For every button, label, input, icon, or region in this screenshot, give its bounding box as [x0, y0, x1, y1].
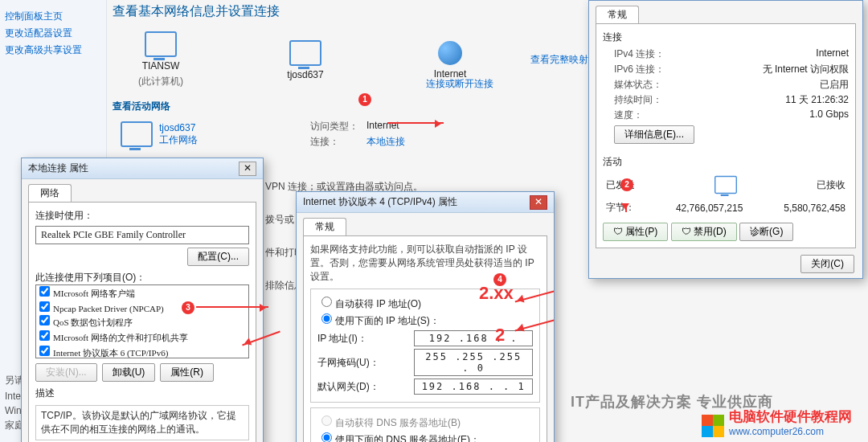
activity-icon: [714, 176, 737, 194]
list-item: Internet 协议版本 6 (TCP/IPv6): [36, 345, 248, 358]
node-router-name: tjosd637: [287, 69, 323, 80]
access-type-label: 访问类型：: [310, 120, 366, 133]
media-label: 媒体状态：: [614, 78, 662, 92]
gateway-label: 默认网关(D)：: [317, 380, 414, 394]
close-icon[interactable]: ✕: [239, 162, 256, 176]
annotation-text: 2.xx: [479, 283, 514, 304]
arrow-icon: [387, 122, 444, 124]
desc-label: 描述: [35, 387, 249, 400]
status-activity-hdr: 活动: [603, 155, 849, 169]
disable-button[interactable]: 🛡 禁用(D): [671, 223, 737, 241]
use-dns-radio[interactable]: [321, 432, 332, 442]
gateway-input[interactable]: 192 .168 . . 1: [414, 379, 533, 395]
adapter-name: Realtek PCIe GBE Family Controller: [35, 226, 249, 244]
connect-disconnect-link[interactable]: 连接或断开连接: [426, 77, 493, 91]
ipv6-value: 无 Internet 访问权限: [763, 63, 849, 76]
brand-url: www.computer26.com: [729, 426, 852, 437]
badge-2: 2: [620, 178, 633, 191]
properties-button[interactable]: 🛡 属性(P): [603, 223, 668, 241]
bytes-sent-value: 42,766,057,215: [676, 203, 743, 214]
annotation-text: 2: [495, 325, 505, 346]
status-close-button[interactable]: 关闭(C): [800, 255, 854, 273]
list-item: QoS 数据包计划程序: [36, 314, 248, 329]
node-this-pc-sub: (此计算机): [138, 75, 183, 88]
ipv4-dialog: Internet 协议版本 4 (TCP/IPv4) 属性 ✕ 常规 如果网络支…: [296, 191, 555, 442]
bytes-recv-value: 5,580,762,458: [784, 203, 845, 214]
speed-value: 1.0 Gbps: [809, 108, 849, 122]
list-item: MIcrosoft 网络客户端: [36, 285, 248, 301]
use-ip-label: 使用下面的 IP 地址(S)：: [335, 315, 440, 326]
close-icon[interactable]: ✕: [530, 195, 547, 210]
auto-dns-radio: [321, 415, 332, 426]
desc-text: TCP/IP。该协议是默认的广域网络协议，它提供在不同的相互连接的网络上的通讯。: [35, 405, 249, 440]
use-ip-radio[interactable]: [321, 313, 332, 324]
auto-ip-label: 自动获得 IP 地址(O): [335, 298, 421, 309]
ipv4-titlebar: Internet 协议版本 4 (TCP/IPv4) 属性 ✕: [297, 192, 554, 213]
properties-title: 本地连接 属性: [28, 162, 88, 174]
media-value: 已启用: [820, 78, 849, 92]
auto-ip-radio[interactable]: [321, 297, 332, 307]
local-connection-link[interactable]: 本地连接: [366, 135, 405, 149]
bytes-label: 字节：: [606, 201, 635, 215]
diagnose-button[interactable]: 诊断(G): [739, 223, 793, 241]
ipv6-label: IPv6 连接：: [614, 63, 665, 76]
protocol-list[interactable]: MIcrosoft 网络客户端 Npcap Packet Driver (NPC…: [35, 284, 249, 358]
brand-logo: 电脑软件硬件教程网 www.computer26.com: [702, 407, 852, 437]
ipv4-title: Internet 协议版本 4 (TCP/IPv4) 属性: [303, 196, 457, 207]
status-conn-hdr: 连接: [603, 31, 849, 44]
ipv4-tab-general[interactable]: 常规: [303, 218, 346, 235]
properties-titlebar: 本地连接 属性 ✕: [22, 158, 263, 179]
globe-icon: [438, 41, 462, 65]
mask-label: 子网掩码(U)：: [317, 356, 414, 370]
status-tab-general[interactable]: 常规: [596, 6, 639, 23]
duration-value: 11 天 21:26:32: [785, 93, 849, 107]
item-properties-button[interactable]: 属性(R): [160, 363, 214, 382]
node-this-pc-name: TIANSW: [142, 60, 180, 72]
items-label: 此连接使用下列项目(O)：: [35, 271, 249, 284]
auto-dns-label: 自动获得 DNS 服务器地址(B): [335, 417, 461, 428]
badge-3: 3: [182, 301, 194, 314]
active-network-type[interactable]: 工作网络: [159, 133, 198, 147]
use-dns-label: 使用下面的 DNS 服务器地址(E)：: [335, 434, 480, 442]
arrow-icon: [625, 207, 627, 212]
node-internet: Internet: [402, 41, 498, 80]
connection-label: 连接：: [310, 135, 366, 149]
router-icon: [289, 40, 321, 66]
configure-button[interactable]: 配置(C)...: [187, 248, 249, 266]
arrow-icon: [196, 306, 268, 308]
full-map-link[interactable]: 查看完整映射: [530, 53, 588, 67]
props-tab-network[interactable]: 网络: [28, 184, 72, 202]
status-dialog: 常规 连接 IPv4 连接：Internet IPv6 连接：无 Interne…: [588, 0, 863, 279]
node-this-pc: TIANSW (此计算机): [113, 31, 209, 88]
details-button[interactable]: 详细信息(E)...: [614, 125, 694, 144]
badge-1: 1: [358, 93, 371, 106]
sidebar-home[interactable]: 控制面板主页: [5, 10, 101, 23]
speed-label: 速度：: [614, 108, 643, 122]
recv-label: 已接收: [817, 178, 845, 192]
ipv4-label: IPv4 连接：: [614, 47, 665, 61]
sidebar-adapter[interactable]: 更改适配器设置: [5, 27, 101, 40]
ip-label: IP 地址(I)：: [317, 332, 414, 346]
properties-dialog: 本地连接 属性 ✕ 网络 连接时使用： Realtek PCIe GBE Fam…: [21, 158, 264, 442]
install-button: 安装(N)...: [35, 363, 97, 382]
list-item: MIcrosoft 网络的文件和打印机共享: [36, 329, 248, 345]
connect-using-label: 连接时使用：: [35, 209, 249, 223]
node-router: tjosd637: [257, 40, 354, 80]
network-icon: [121, 121, 153, 147]
ipv4-value: Internet: [816, 47, 849, 61]
brand-name: 电脑软件硬件教程网: [729, 407, 852, 426]
active-network-name[interactable]: tjosd637: [159, 122, 198, 133]
mask-input[interactable]: 255 .255 .255 . 0: [414, 349, 533, 376]
uninstall-button[interactable]: 卸载(U): [102, 363, 156, 382]
duration-label: 持续时间：: [614, 93, 662, 107]
computer-icon: [145, 31, 177, 57]
sidebar-sharing[interactable]: 更改高级共享设置: [5, 43, 101, 57]
